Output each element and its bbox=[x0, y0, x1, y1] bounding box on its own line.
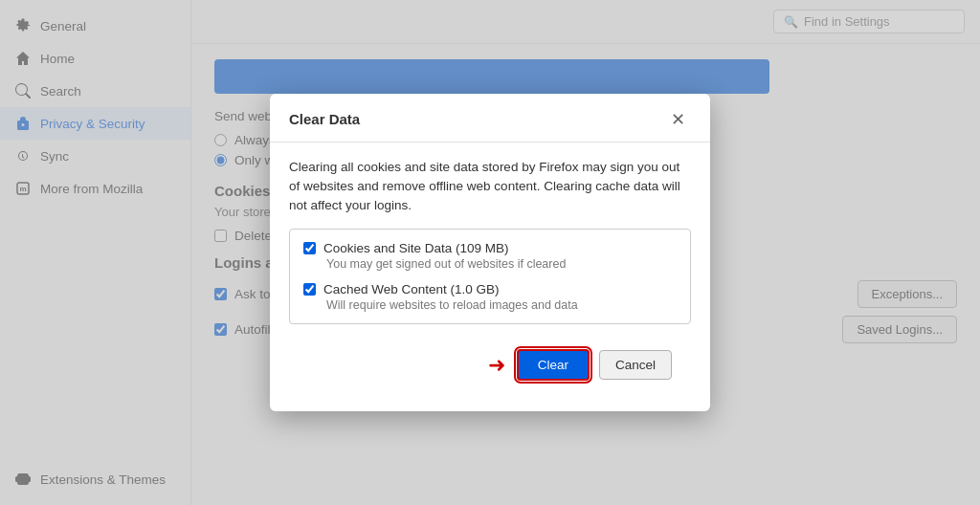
clear-data-modal: Clear Data ✕ Clearing all cookies and si… bbox=[270, 94, 710, 412]
modal-cookies-checkbox[interactable] bbox=[303, 242, 316, 254]
modal-checkbox-list: Cookies and Site Data (109 MB) You may g… bbox=[289, 229, 691, 324]
arrow-icon: ➜ bbox=[488, 353, 505, 378]
modal-cookies-item: Cookies and Site Data (109 MB) You may g… bbox=[303, 241, 677, 271]
modal-header: Clear Data ✕ bbox=[270, 94, 710, 143]
modal-description: Clearing all cookies and site data store… bbox=[289, 158, 691, 216]
modal-footer: ➜ Clear Cancel bbox=[289, 340, 691, 396]
modal-close-button[interactable]: ✕ bbox=[665, 109, 691, 130]
cancel-button[interactable]: Cancel bbox=[599, 350, 672, 380]
clear-button[interactable]: Clear bbox=[517, 349, 590, 381]
modal-cache-hint: Will require websites to reload images a… bbox=[326, 298, 677, 312]
modal-cache-label[interactable]: Cached Web Content (1.0 GB) bbox=[303, 282, 677, 296]
modal-title: Clear Data bbox=[289, 111, 360, 127]
modal-cache-checkbox[interactable] bbox=[303, 283, 316, 296]
modal-cookies-hint: You may get signed out of websites if cl… bbox=[326, 257, 677, 271]
modal-cookies-label[interactable]: Cookies and Site Data (109 MB) bbox=[303, 241, 677, 255]
modal-cache-item: Cached Web Content (1.0 GB) Will require… bbox=[303, 282, 677, 312]
modal-backdrop: Clear Data ✕ Clearing all cookies and si… bbox=[0, 0, 980, 505]
modal-body: Clearing all cookies and site data store… bbox=[270, 143, 710, 412]
